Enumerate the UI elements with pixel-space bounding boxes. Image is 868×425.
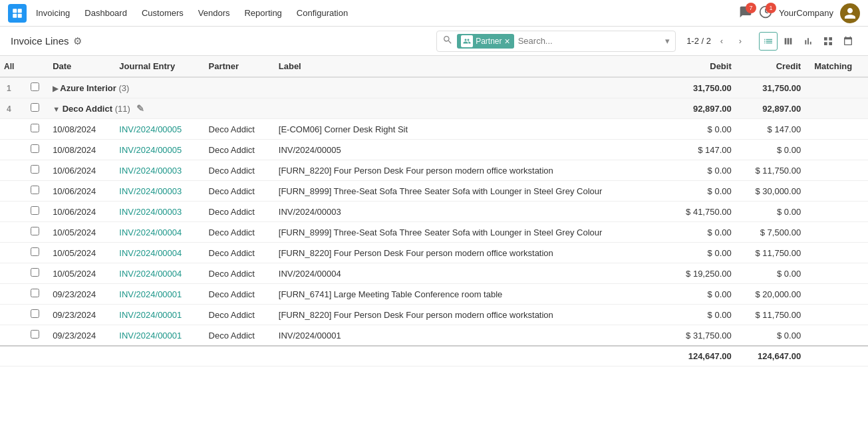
next-page-button[interactable]: ›: [732, 33, 748, 49]
journal-link[interactable]: INV/2024/00005: [119, 124, 182, 134]
group-expand-cell[interactable]: ▶ Azure Interior (3): [46, 77, 668, 98]
company-name[interactable]: YourCompany: [779, 8, 833, 18]
matching-col-header[interactable]: Matching: [807, 56, 868, 77]
row-checkbox[interactable]: [24, 119, 46, 140]
row-side: [0, 160, 24, 181]
list-view-button[interactable]: [759, 32, 778, 51]
row-checkbox[interactable]: [24, 181, 46, 202]
pivot-view-button[interactable]: [819, 32, 837, 51]
search-dropdown-icon[interactable]: ▾: [665, 36, 670, 46]
row-journal: INV/2024/00004: [112, 243, 202, 263]
journal-link[interactable]: INV/2024/00003: [119, 207, 182, 217]
journal-link[interactable]: INV/2024/00001: [119, 310, 182, 320]
row-checkbox[interactable]: [24, 222, 46, 243]
deco-edit-icon[interactable]: ✎: [136, 103, 144, 114]
journal-link[interactable]: INV/2024/00004: [119, 269, 182, 279]
svg-rect-1: [18, 9, 22, 13]
row-side: [0, 140, 24, 160]
total-debit: 124,647.00: [668, 346, 738, 366]
row-credit: $ 0.00: [738, 325, 807, 347]
row-checkbox[interactable]: [24, 243, 46, 263]
deco-group-name: Deco Addict: [63, 104, 112, 114]
row-label: INV/2024/00003: [272, 202, 669, 222]
row-checkbox[interactable]: [24, 325, 46, 347]
nav-vendors[interactable]: Vendors: [193, 5, 235, 21]
user-avatar[interactable]: [840, 3, 860, 23]
expand-azure-icon[interactable]: ▶: [53, 84, 58, 92]
credit-col-header[interactable]: Credit: [738, 56, 807, 77]
row-checkbox[interactable]: [24, 284, 46, 305]
nav-reporting[interactable]: Reporting: [239, 5, 287, 21]
prev-page-button[interactable]: ‹: [714, 33, 730, 49]
deco-credit-total: 92,897.00: [738, 98, 807, 119]
date-col-header[interactable]: Date: [46, 56, 112, 77]
row-credit: $ 0.00: [738, 202, 807, 222]
row-checkbox[interactable]: [24, 263, 46, 284]
table-row: 10/08/2024 INV/2024/00005 Deco Addict IN…: [0, 140, 868, 160]
messages-button[interactable]: 7: [739, 5, 752, 21]
row-credit: $ 20,000.00: [738, 284, 807, 305]
row-partner: Deco Addict: [202, 284, 272, 305]
row-matching: [807, 263, 868, 284]
row-label: [FURN_8220] Four Person Desk Four person…: [272, 305, 669, 325]
row-debit: $ 0.00: [668, 160, 738, 181]
row-journal: INV/2024/00004: [112, 222, 202, 243]
main-toolbar: Invoice Lines ⚙ Partner × ▾ 1-2 / 2 ‹ ›: [0, 27, 868, 56]
pagination-range: 1-2 / 2: [686, 36, 711, 46]
row-label: [FURN_6741] Large Meeting Table Conferen…: [272, 284, 669, 305]
row-side: [0, 119, 24, 140]
row-label: [FURN_8999] Three-Seat Sofa Three Seater…: [272, 222, 669, 243]
app-logo[interactable]: [8, 4, 27, 23]
row-credit: $ 0.00: [738, 263, 807, 284]
deco-checkbox[interactable]: [24, 98, 46, 119]
debit-col-header[interactable]: Debit: [668, 56, 738, 77]
row-checkbox[interactable]: [24, 140, 46, 160]
journal-link[interactable]: INV/2024/00004: [119, 248, 182, 258]
journal-link[interactable]: INV/2024/00001: [119, 331, 182, 341]
row-date: 10/05/2024: [46, 243, 112, 263]
collapse-deco-icon[interactable]: ▼: [53, 105, 60, 113]
messages-badge: 7: [746, 3, 756, 13]
deco-expand-cell[interactable]: ▼ Deco Addict (11) ✎: [46, 98, 668, 119]
row-checkbox[interactable]: [24, 202, 46, 222]
activities-badge: 1: [766, 3, 776, 13]
table-row: 10/06/2024 INV/2024/00003 Deco Addict IN…: [0, 202, 868, 222]
nav-invoicing[interactable]: Invoicing: [31, 5, 75, 21]
journal-link[interactable]: INV/2024/00004: [119, 227, 182, 237]
kanban-view-button[interactable]: [779, 32, 797, 51]
activities-button[interactable]: 1: [759, 5, 772, 21]
chart-view-button[interactable]: [799, 32, 817, 51]
search-bar: Partner × ▾: [436, 31, 676, 52]
nav-configuration[interactable]: Configuration: [291, 5, 353, 21]
journal-link[interactable]: INV/2024/00005: [119, 145, 182, 155]
nav-dashboard[interactable]: Dashboard: [79, 5, 132, 21]
partner-col-header[interactable]: Partner: [202, 56, 272, 77]
select-all-col: All: [0, 56, 24, 77]
settings-icon[interactable]: ⚙: [73, 35, 82, 47]
deco-group-count: (11): [115, 104, 130, 114]
journal-link[interactable]: INV/2024/00003: [119, 186, 182, 196]
row-label: [FURN_8999] Three-Seat Sofa Three Seater…: [272, 181, 669, 202]
calendar-view-button[interactable]: [839, 32, 857, 51]
remove-filter-button[interactable]: ×: [504, 37, 509, 46]
row-label: INV/2024/00001: [272, 325, 669, 347]
journal-link[interactable]: INV/2024/00001: [119, 289, 182, 299]
group-row-deco: 4 ▼ Deco Addict (11) ✎ 92,897.00 92,897.…: [0, 98, 868, 119]
svg-rect-2: [13, 13, 17, 17]
row-date: 09/23/2024: [46, 284, 112, 305]
label-col-header[interactable]: Label: [272, 56, 669, 77]
row-checkbox[interactable]: [24, 305, 46, 325]
nav-customers[interactable]: Customers: [136, 5, 189, 21]
total-credit: 124,647.00: [738, 346, 807, 366]
search-input[interactable]: [518, 36, 661, 46]
row-label: [FURN_8220] Four Person Desk Four person…: [272, 160, 669, 181]
journal-link[interactable]: INV/2024/00003: [119, 166, 182, 176]
row-checkbox[interactable]: [24, 160, 46, 181]
row-partner: Deco Addict: [202, 119, 272, 140]
row-partner: Deco Addict: [202, 325, 272, 347]
group-checkbox[interactable]: [24, 77, 46, 98]
top-navigation: Invoicing Dashboard Customers Vendors Re…: [0, 0, 868, 27]
filter-tag-label: Partner: [476, 37, 502, 46]
row-debit: $ 19,250.00: [668, 263, 738, 284]
journal-entry-col-header[interactable]: Journal Entry: [112, 56, 202, 77]
